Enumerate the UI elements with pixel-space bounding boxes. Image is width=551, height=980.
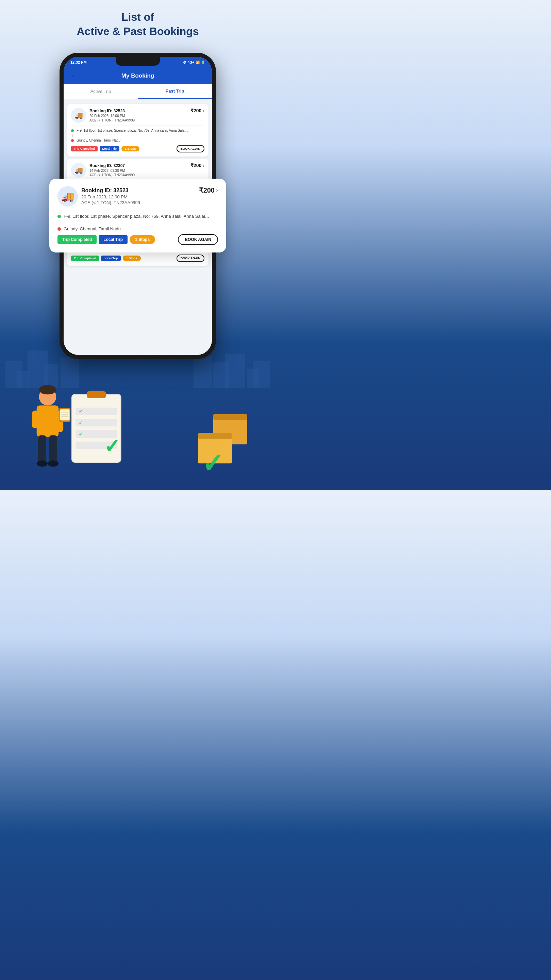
- svg-rect-28: [198, 433, 232, 439]
- back-button[interactable]: ←: [69, 73, 75, 80]
- floating-book-again-button[interactable]: BOOK AGAIN: [178, 234, 218, 245]
- svg-point-6: [48, 460, 59, 466]
- status-time: 12:32 PM: [70, 60, 87, 64]
- stops-tag-0: 1 Stops: [121, 146, 140, 151]
- heading-line2: Active & Past Bookings: [0, 24, 275, 39]
- svg-rect-3: [38, 435, 46, 463]
- app-header: ← My Booking: [64, 68, 212, 84]
- booking-price-1: ₹200 ›: [191, 163, 205, 168]
- illustration-area: ✓ ✓ ✓ ✓ ✓: [0, 347, 275, 490]
- svg-text:✓: ✓: [202, 449, 224, 478]
- route-to-0: Guindy, Chennai, Tamil Nadu: [71, 138, 205, 142]
- svg-text:✓: ✓: [79, 408, 83, 414]
- clipboard-figure: ✓ ✓ ✓ ✓: [68, 385, 136, 480]
- svg-text:✓: ✓: [79, 420, 83, 426]
- tags-row-0: Trip Cancelled Local Trip 1 Stops BOOK A…: [71, 145, 205, 153]
- floating-truck-icon: 🚚: [57, 186, 78, 207]
- svg-point-5: [37, 460, 48, 466]
- svg-rect-8: [32, 411, 39, 428]
- svg-rect-26: [213, 414, 247, 420]
- page-heading: List of Active & Past Bookings: [0, 0, 275, 38]
- status-tag-2: Trip Completed: [71, 256, 99, 261]
- floating-route-to: Guindy, Chennai, Tamil Nadu: [57, 226, 218, 231]
- local-tag-2: Local Trip: [101, 256, 121, 261]
- floating-local-tag: Local Trip: [98, 235, 127, 244]
- svg-rect-2: [37, 406, 59, 437]
- tabs-container: Active Trip Past Trip: [64, 84, 212, 99]
- app-title: My Booking: [121, 73, 154, 79]
- status-icons: ⏱ 4G+ 📶 🔋: [183, 60, 205, 64]
- floating-route-from: F-9, 1st floor, 1st phase, Spencer plaza…: [57, 214, 218, 219]
- phone-mockup: 12:32 PM ⏱ 4G+ 📶 🔋 ← My Booking Active T…: [60, 53, 216, 359]
- local-tag-0: Local Trip: [100, 146, 120, 151]
- svg-text:✓: ✓: [79, 431, 83, 437]
- tab-active-trip[interactable]: Active Trip: [64, 84, 138, 99]
- floating-booking-details: Booking ID: 32523 20 Feb 2023, 12:00 PM …: [81, 188, 140, 205]
- route-from-0: F-9, 1st floor, 1st phase, Spencer plaza…: [71, 129, 205, 132]
- tags-row-2: Trip Completed Local Trip 1 Stops BOOK A…: [71, 255, 205, 262]
- tab-past-trip[interactable]: Past Trip: [138, 84, 212, 99]
- booking-card-0[interactable]: 🚚 Booking ID: 32523 20 Feb 2023, 12:00 P…: [67, 104, 208, 156]
- booking-details-1: Booking ID: 32307 14 Feb 2023, 03:30 PM …: [89, 163, 135, 177]
- floating-status-tag: Trip Completed: [57, 235, 97, 244]
- svg-rect-16: [87, 391, 106, 398]
- heading-line1: List of: [0, 10, 275, 24]
- floating-booking-price: ₹200 ›: [199, 186, 218, 194]
- svg-rect-4: [49, 435, 57, 463]
- booking-price-0: ₹200 ›: [191, 108, 205, 113]
- book-again-button-0[interactable]: BOOK AGAIN: [176, 145, 205, 153]
- booking-details-0: Booking ID: 32523 20 Feb 2023, 12:00 PM …: [89, 108, 135, 122]
- truck-icon-0: 🚚: [71, 108, 86, 123]
- floating-stops-tag: 1 Stops: [130, 235, 155, 244]
- status-tag-0: Trip Cancelled: [71, 146, 98, 151]
- book-again-button-2[interactable]: BOOK AGAIN: [176, 255, 205, 262]
- floating-tags-row: Trip Completed Local Trip 1 Stops BOOK A…: [57, 234, 218, 245]
- person-figure: [21, 381, 75, 483]
- floating-booking-card: 🚚 Booking ID: 32523 20 Feb 2023, 12:00 P…: [49, 179, 226, 253]
- svg-text:✓: ✓: [104, 436, 120, 457]
- boxes-figure: ✓: [191, 398, 259, 483]
- svg-point-1: [39, 385, 56, 395]
- truck-icon-1: 🚚: [71, 163, 86, 178]
- stops-tag-2: 1 Stops: [123, 256, 141, 261]
